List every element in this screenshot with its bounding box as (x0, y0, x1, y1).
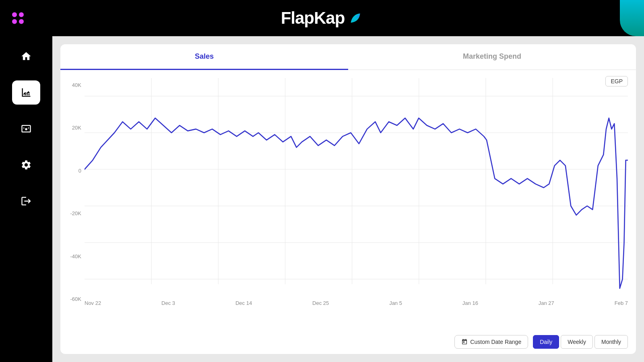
x-label-jan5: Jan 5 (389, 300, 402, 306)
x-label-jan16: Jan 16 (462, 300, 478, 306)
calendar-icon (461, 339, 468, 345)
billing-icon (21, 123, 32, 134)
x-axis-labels: Nov 22 Dec 3 Dec 14 Dec 25 Jan 5 Jan 16 … (85, 300, 628, 306)
sidebar-item-analytics[interactable] (12, 80, 40, 105)
svg-rect-0 (29, 93, 29, 95)
main-layout: Sales Marketing Spend EGP 40K 20K 0 -20K… (0, 36, 644, 362)
dot-3 (12, 19, 17, 24)
dot-2 (19, 12, 24, 17)
chart-svg-container (85, 78, 628, 297)
y-label-neg40k: -40K (70, 253, 81, 259)
dot-4 (19, 19, 24, 24)
y-label-20k: 20K (72, 125, 81, 131)
sidebar (0, 36, 52, 362)
sales-chart (85, 78, 628, 297)
tabs: Sales Marketing Spend (60, 44, 636, 70)
logout-icon (21, 195, 32, 207)
logo-text: FlapKap (281, 8, 345, 28)
logo: FlapKap (281, 8, 363, 28)
header-teal-accent (620, 0, 644, 36)
tab-marketing-spend[interactable]: Marketing Spend (348, 44, 636, 70)
settings-icon (21, 159, 32, 171)
svg-point-3 (25, 128, 27, 130)
logo-leaf-icon (348, 10, 363, 26)
x-label-dec14: Dec 14 (235, 300, 252, 306)
daily-button[interactable]: Daily (533, 335, 559, 349)
controls-row: Custom Date Range Daily Weekly Monthly (60, 330, 636, 354)
sidebar-item-settings[interactable] (12, 153, 40, 177)
x-label-feb7: Feb 7 (615, 300, 628, 306)
analytics-icon (21, 87, 32, 98)
sidebar-item-logout[interactable] (12, 189, 40, 213)
dot-1 (12, 12, 17, 17)
y-axis-labels: 40K 20K 0 -20K -40K -60K (60, 78, 85, 306)
header: FlapKap (0, 0, 644, 36)
x-label-dec3: Dec 3 (161, 300, 175, 306)
weekly-button[interactable]: Weekly (561, 335, 593, 349)
x-label-jan27: Jan 27 (539, 300, 554, 306)
chart-line (85, 118, 628, 288)
content-area: Sales Marketing Spend EGP 40K 20K 0 -20K… (52, 36, 644, 362)
sidebar-item-home[interactable] (12, 44, 40, 68)
chart-area: EGP 40K 20K 0 -20K -40K -60K (60, 70, 636, 330)
home-icon (21, 51, 32, 62)
x-label-nov22: Nov 22 (85, 300, 101, 306)
monthly-button[interactable]: Monthly (594, 335, 628, 349)
y-label-0: 0 (78, 168, 81, 174)
y-label-neg60k: -60K (70, 296, 81, 302)
y-label-neg20k: -20K (70, 210, 81, 216)
header-dots (12, 12, 24, 24)
custom-date-range-button[interactable]: Custom Date Range (454, 335, 528, 349)
custom-date-range-label: Custom Date Range (470, 339, 521, 345)
chart-card: Sales Marketing Spend EGP 40K 20K 0 -20K… (60, 44, 636, 354)
x-label-dec25: Dec 25 (312, 300, 329, 306)
y-label-40k: 40K (72, 82, 81, 88)
sidebar-item-billing[interactable] (12, 117, 40, 141)
tab-sales[interactable]: Sales (60, 44, 348, 70)
